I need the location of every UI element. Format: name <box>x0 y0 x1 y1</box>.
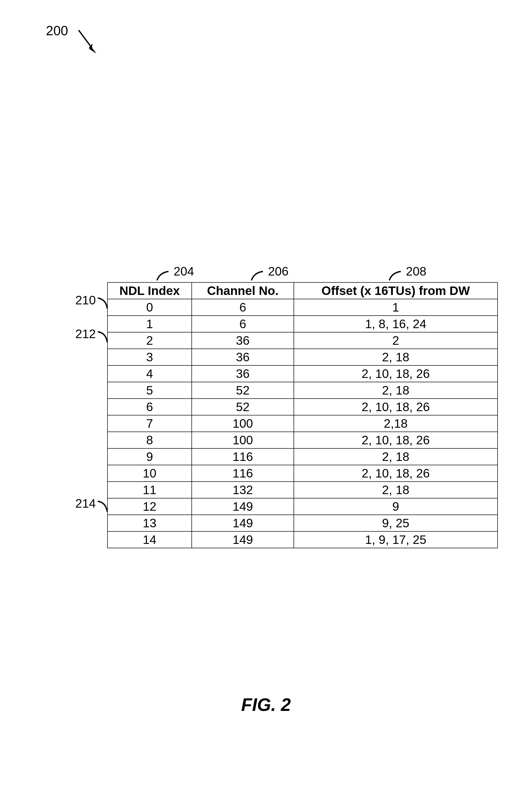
table-row: 061 <box>107 299 497 316</box>
cell-channel-no: 100 <box>192 415 294 432</box>
cell-offset: 9, 25 <box>294 515 497 531</box>
cell-ndl-index: 11 <box>107 482 192 498</box>
cell-ndl-index: 0 <box>107 299 192 316</box>
ndl-table-container: NDL Index Channel No. Offset (x 16TUs) f… <box>107 282 498 548</box>
table-row: 91162, 18 <box>107 448 497 465</box>
cell-channel-no: 149 <box>192 531 294 548</box>
cell-offset: 2, 18 <box>294 482 497 498</box>
cell-channel-no: 100 <box>192 432 294 448</box>
table-row: 3362, 18 <box>107 349 497 365</box>
table-header-row: NDL Index Channel No. Offset (x 16TUs) f… <box>107 282 497 299</box>
table-row: 131499, 25 <box>107 515 497 531</box>
figure-caption: FIG. 2 <box>0 695 532 715</box>
cell-ndl-index: 2 <box>107 332 192 349</box>
table-row: 5522, 18 <box>107 382 497 399</box>
row-callout-214: 214 <box>75 496 96 510</box>
cell-channel-no: 116 <box>192 465 294 482</box>
callout-tick-icon <box>249 270 264 282</box>
cell-channel-no: 36 <box>192 332 294 349</box>
cell-offset: 2 <box>294 332 497 349</box>
cell-channel-no: 36 <box>192 349 294 365</box>
cell-channel-no: 6 <box>192 299 294 316</box>
ndl-table: NDL Index Channel No. Offset (x 16TUs) f… <box>107 282 498 548</box>
svg-line-0 <box>79 30 92 48</box>
callout-tick-icon <box>97 296 108 310</box>
table-row: 71002,18 <box>107 415 497 432</box>
column-callout-208: 208 <box>406 264 426 278</box>
cell-channel-no: 52 <box>192 399 294 415</box>
row-callout-212: 212 <box>75 327 96 341</box>
table-row: 121499 <box>107 498 497 515</box>
table-row: 6522, 10, 18, 26 <box>107 399 497 415</box>
cell-ndl-index: 3 <box>107 349 192 365</box>
cell-offset: 1 <box>294 299 497 316</box>
table-row: 81002, 10, 18, 26 <box>107 432 497 448</box>
cell-ndl-index: 9 <box>107 448 192 465</box>
cell-offset: 9 <box>294 498 497 515</box>
cell-offset: 1, 9, 17, 25 <box>294 531 497 548</box>
table-row: 4362, 10, 18, 26 <box>107 365 497 382</box>
cell-ndl-index: 14 <box>107 531 192 548</box>
cell-offset: 2, 10, 18, 26 <box>294 399 497 415</box>
svg-marker-2 <box>89 46 97 54</box>
cell-offset: 1, 8, 16, 24 <box>294 316 497 332</box>
cell-ndl-index: 13 <box>107 515 192 531</box>
cell-offset: 2, 10, 18, 26 <box>294 365 497 382</box>
header-offset: Offset (x 16TUs) from DW <box>294 282 497 299</box>
cell-ndl-index: 12 <box>107 498 192 515</box>
cell-channel-no: 6 <box>192 316 294 332</box>
cell-offset: 2,18 <box>294 415 497 432</box>
callout-tick-icon <box>97 499 108 513</box>
cell-channel-no: 36 <box>192 365 294 382</box>
cell-ndl-index: 4 <box>107 365 192 382</box>
cell-offset: 2, 10, 18, 26 <box>294 465 497 482</box>
figure-reference-number: 200 <box>46 23 68 38</box>
column-callout-206: 206 <box>268 264 289 278</box>
callout-tick-icon <box>97 330 108 344</box>
cell-channel-no: 149 <box>192 498 294 515</box>
cell-offset: 2, 10, 18, 26 <box>294 432 497 448</box>
table-row: 2362 <box>107 332 497 349</box>
cell-ndl-index: 10 <box>107 465 192 482</box>
table-row: 161, 8, 16, 24 <box>107 316 497 332</box>
cell-ndl-index: 6 <box>107 399 192 415</box>
cell-ndl-index: 1 <box>107 316 192 332</box>
cell-offset: 2, 18 <box>294 349 497 365</box>
cell-offset: 2, 18 <box>294 382 497 399</box>
table-row: 141491, 9, 17, 25 <box>107 531 497 548</box>
cell-offset: 2, 18 <box>294 448 497 465</box>
table-row: 111322, 18 <box>107 482 497 498</box>
cell-ndl-index: 5 <box>107 382 192 399</box>
cell-channel-no: 116 <box>192 448 294 465</box>
cell-channel-no: 52 <box>192 382 294 399</box>
callout-tick-icon <box>154 270 170 282</box>
callout-tick-icon <box>387 270 402 282</box>
header-channel-no: Channel No. <box>192 282 294 299</box>
table-row: 101162, 10, 18, 26 <box>107 465 497 482</box>
cell-channel-no: 149 <box>192 515 294 531</box>
cell-ndl-index: 7 <box>107 415 192 432</box>
arrow-icon <box>77 28 100 56</box>
cell-ndl-index: 8 <box>107 432 192 448</box>
row-callout-210: 210 <box>75 293 96 307</box>
column-callout-204: 204 <box>174 264 194 278</box>
cell-channel-no: 132 <box>192 482 294 498</box>
header-ndl-index: NDL Index <box>107 282 192 299</box>
